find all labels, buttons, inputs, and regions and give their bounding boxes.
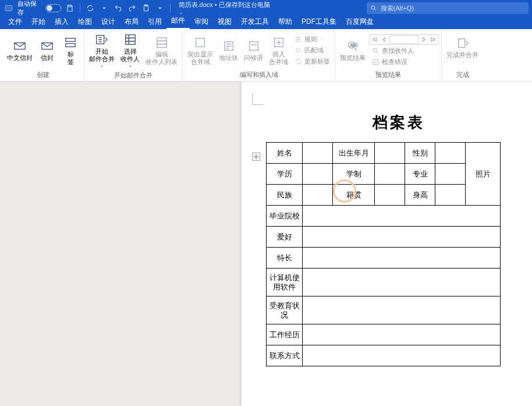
cell-birth-val[interactable] — [375, 143, 405, 164]
cell-edubg-val[interactable] — [303, 296, 501, 324]
search-box[interactable]: 搜索(Alt+Q) — [367, 2, 529, 14]
cell-grad-label[interactable]: 毕业院校 — [267, 206, 303, 227]
cell-origin-val[interactable] — [375, 185, 405, 206]
svg-text:ABC: ABC — [350, 43, 358, 47]
cell-major-label[interactable]: 专业 — [405, 164, 435, 185]
cell-contact-label[interactable]: 联系方式 — [267, 345, 303, 366]
document-page[interactable]: 档案表 姓名 出生年月 性别 照片 学历 — [242, 82, 532, 406]
select-recipients-button[interactable]: 选择 收件人 — [118, 31, 142, 70]
cell-contact-val[interactable] — [303, 345, 501, 366]
tab-draw[interactable]: 绘图 — [73, 15, 97, 29]
cell-major-val[interactable] — [435, 164, 466, 185]
svg-point-4 — [371, 6, 375, 9]
cell-edubg-label[interactable]: 受教育状况 — [267, 296, 303, 324]
ribbon-group-preview: ABC 预览结果 查找收件人 检查错误 — [335, 30, 442, 81]
tab-baidu[interactable]: 百度网盘 — [341, 15, 378, 29]
labels-button[interactable]: 标 签 — [59, 34, 81, 67]
ribbon-group-writefields: 突出显示 合并域 地址块 问候语 插入 合并域 规则 — [183, 30, 335, 81]
svg-rect-14 — [249, 42, 258, 51]
autosave-toggle[interactable]: 自动保存 — [17, 0, 62, 17]
cell-grad-val[interactable] — [303, 206, 501, 227]
tab-reference[interactable]: 引用 — [143, 15, 166, 29]
paste-icon[interactable] — [141, 3, 151, 13]
highlight-merge-button: 突出显示 合并域 — [185, 34, 215, 67]
profile-table[interactable]: 姓名 出生年月 性别 照片 学历 学制 专业 民族 籍贯 — [266, 142, 501, 366]
cell-name-label[interactable]: 姓名 — [267, 143, 303, 164]
svg-rect-8 — [66, 43, 76, 47]
rules-button: 规则 — [292, 34, 332, 44]
cell-work-val[interactable] — [303, 324, 501, 345]
update-icon — [294, 58, 302, 66]
cell-gender-val[interactable] — [435, 143, 466, 164]
search-placeholder: 搜索(Alt+Q) — [381, 4, 414, 13]
undo-icon[interactable] — [113, 3, 123, 13]
find-icon — [371, 47, 380, 55]
tab-view[interactable]: 视图 — [213, 15, 236, 29]
cell-software-label[interactable]: 计算机使用软件 — [267, 269, 303, 296]
cell-work-label[interactable]: 工作经历 — [267, 324, 303, 345]
save-icon[interactable] — [65, 3, 75, 13]
cell-hobby-val[interactable] — [303, 227, 501, 248]
match-fields-button: 匹配域 — [292, 45, 332, 55]
cell-software-val[interactable] — [303, 269, 501, 296]
tab-review[interactable]: 审阅 — [190, 15, 213, 29]
ribbon: 中文信封 信封 标 签 创建 开始 邮件合并 选择 收件人 — [0, 29, 532, 82]
document-canvas[interactable]: 档案表 姓名 出生年月 性别 照片 学历 — [0, 82, 532, 406]
svg-rect-1 — [69, 5, 72, 7]
dropdown-icon[interactable] — [99, 3, 109, 13]
start-mail-merge-button[interactable]: 开始 邮件合并 — [87, 31, 117, 70]
sync-icon[interactable] — [85, 3, 95, 13]
cell-nation-label[interactable]: 民族 — [267, 185, 303, 206]
cell-spec-label[interactable]: 特长 — [267, 248, 303, 269]
cell-height-label[interactable]: 身高 — [405, 185, 435, 206]
cell-edu-val[interactable] — [303, 164, 333, 185]
ribbon-group-startmerge: 开始 邮件合并 选择 收件人 编辑 收件人列表 开始邮件合并 — [84, 30, 183, 81]
svg-rect-20 — [458, 39, 464, 48]
cell-system-val[interactable] — [375, 164, 405, 185]
group-label-startmerge: 开始邮件合并 — [87, 70, 180, 82]
cell-spec-val[interactable] — [303, 248, 501, 269]
ribbon-group-finish: 完成并合并 完成 — [442, 30, 483, 81]
cell-name-val[interactable] — [303, 143, 333, 164]
tab-help[interactable]: 帮助 — [274, 15, 297, 29]
insert-field-icon — [272, 36, 286, 50]
cell-edu-label[interactable]: 学历 — [267, 164, 303, 185]
envelope-button[interactable]: 信封 — [36, 38, 58, 63]
cell-nation-val[interactable] — [303, 185, 333, 206]
match-icon — [294, 47, 302, 55]
margin-corner-tl — [252, 93, 264, 105]
mailmerge-icon — [95, 33, 109, 47]
tab-insert[interactable]: 插入 — [50, 15, 73, 29]
cell-gender-label[interactable]: 性别 — [405, 143, 435, 164]
check-errors-button: 检查错误 — [369, 57, 439, 67]
toggle-switch[interactable] — [45, 4, 62, 12]
cell-birth-label[interactable]: 出生年月 — [333, 143, 375, 164]
cell-origin-label[interactable]: 籍贯 — [333, 185, 375, 206]
cell-system-label[interactable]: 学制 — [333, 164, 375, 185]
group-label-create: 创建 — [5, 69, 81, 81]
search-icon — [370, 5, 377, 12]
envelope-icon — [40, 39, 54, 53]
tab-layout[interactable]: 布局 — [120, 15, 143, 29]
cn-envelope-button[interactable]: 中文信封 — [5, 38, 35, 63]
group-label-writefields: 编写和插入域 — [185, 69, 332, 81]
insert-merge-field-button: 插入 合并域 — [267, 34, 290, 67]
tab-home[interactable]: 开始 — [27, 15, 50, 29]
next-record-icon — [420, 36, 428, 44]
tab-mail[interactable]: 邮件 — [166, 14, 190, 29]
cell-photo[interactable]: 照片 — [466, 143, 501, 206]
qat-dropdown-icon[interactable] — [155, 3, 165, 13]
cell-height-val[interactable] — [435, 185, 466, 206]
tab-design[interactable]: 设计 — [97, 15, 120, 29]
highlight-icon — [193, 36, 207, 50]
prev-record-icon — [380, 36, 388, 44]
tab-file[interactable]: 文件 — [3, 15, 27, 29]
cell-hobby-label[interactable]: 爱好 — [267, 227, 303, 248]
filename-label: 简历表.docx • 已保存到这台电脑 — [179, 1, 276, 16]
tab-dev[interactable]: 开发工具 — [236, 15, 274, 29]
preview-icon: ABC — [346, 39, 360, 53]
table-move-handle[interactable] — [252, 153, 260, 161]
redo-icon[interactable] — [127, 3, 137, 13]
tab-pdf[interactable]: PDF工具集 — [297, 15, 341, 29]
app-icon — [3, 3, 14, 13]
